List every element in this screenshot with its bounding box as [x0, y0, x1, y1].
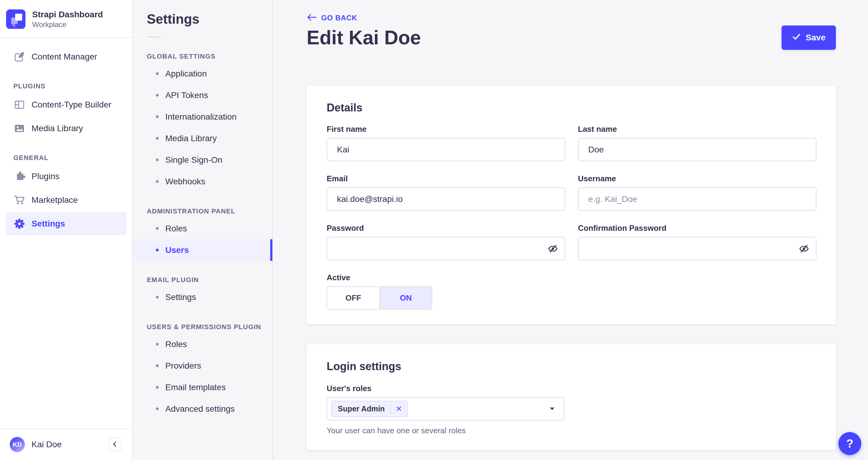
active-toggle-off[interactable]: OFF: [327, 287, 379, 309]
password-input[interactable]: [327, 237, 565, 260]
details-heading: Details: [327, 102, 816, 114]
bullet-icon: [156, 72, 159, 75]
settings-item-users[interactable]: Users: [132, 239, 272, 261]
sidebar-section-label: GENERAL: [13, 154, 132, 162]
media-icon: [13, 122, 26, 135]
form-field: Email: [327, 174, 565, 211]
workspace-subtitle: Workplace: [32, 20, 103, 29]
gear-icon: [13, 218, 26, 230]
first-name-input[interactable]: [327, 138, 565, 161]
user-roles-label: User's roles: [327, 384, 816, 393]
role-tag: Super Admin ✕: [331, 401, 408, 417]
form-field: First name: [327, 124, 565, 161]
page-title: Edit Kai Doe: [307, 28, 421, 47]
page-header: Edit Kai Doe Save: [307, 26, 836, 50]
close-icon: ✕: [396, 404, 402, 413]
sidebar-item-media-library[interactable]: Media Library: [5, 117, 126, 140]
form-field: Last name: [578, 124, 817, 161]
settings-sidebar-title: Settings: [147, 11, 272, 27]
details-fields: First name Last name E: [327, 124, 816, 260]
settings-item-settings[interactable]: Settings: [132, 286, 272, 308]
settings-item-internationalization[interactable]: Internationalization: [132, 106, 272, 127]
sidebar-item-settings[interactable]: Settings: [5, 212, 126, 235]
sidebar-nav: Content Manager PLUGINS Content-Type Bui…: [0, 38, 132, 236]
username-input[interactable]: [578, 188, 817, 211]
strapi-admin-app: Strapi Dashboard Workplace Content Manag…: [0, 0, 868, 460]
settings-item-api-tokens[interactable]: API Tokens: [132, 84, 272, 106]
bullet-icon: [156, 137, 159, 140]
confirmation-password-input[interactable]: [578, 237, 817, 260]
bullet-icon: [156, 364, 159, 367]
check-icon: [792, 32, 801, 44]
bullet-icon: [156, 115, 159, 118]
settings-item-advanced-settings[interactable]: Advanced settings: [132, 398, 272, 420]
divider: [147, 36, 161, 37]
back-arrow-icon: [307, 13, 317, 23]
tag-divider: [390, 404, 391, 413]
settings-item-webhooks[interactable]: Webhooks: [132, 171, 272, 192]
save-button[interactable]: Save: [781, 26, 836, 50]
help-icon: ?: [846, 437, 853, 450]
layout-icon: [13, 99, 26, 111]
settings-section-label: USERS & PERMISSIONS PLUGIN: [147, 323, 272, 331]
sidebar-item-content-type-builder[interactable]: Content-Type Builder: [5, 93, 126, 116]
user-roles-select[interactable]: Super Admin ✕: [327, 397, 564, 421]
bullet-icon: [156, 249, 159, 251]
main-content: GO BACK Edit Kai Doe Save Details First …: [273, 0, 868, 460]
form-field: Password: [327, 224, 565, 260]
strapi-logo: [6, 9, 26, 29]
login-settings-heading: Login settings: [327, 360, 816, 373]
sidebar-section-label: PLUGINS: [13, 82, 132, 90]
settings-section-label: EMAIL PLUGIN: [147, 276, 272, 284]
eye-off-icon[interactable]: [797, 241, 812, 256]
form-field: Confirmation Password: [578, 224, 817, 260]
workspace-brand[interactable]: Strapi Dashboard Workplace: [0, 0, 132, 37]
brand-text: Strapi Dashboard Workplace: [32, 9, 103, 29]
go-back-label: GO BACK: [321, 14, 357, 22]
collapse-sidebar-button[interactable]: [108, 438, 122, 451]
save-button-label: Save: [806, 33, 826, 42]
feather-icon: [13, 51, 26, 63]
bullet-icon: [156, 296, 159, 298]
settings-item-roles[interactable]: Roles: [132, 218, 272, 239]
bullet-icon: [156, 343, 159, 346]
email-input[interactable]: [327, 188, 565, 211]
form-field: Username: [578, 174, 817, 211]
settings-sidebar: Settings GLOBAL SETTINGS Application API…: [132, 0, 273, 460]
bullet-icon: [156, 227, 159, 230]
user-section: KD Kai Doe: [0, 428, 132, 460]
workspace-title: Strapi Dashboard: [32, 9, 103, 20]
cart-icon: [13, 194, 26, 206]
settings-item-single-sign-on[interactable]: Single Sign-On: [132, 149, 272, 171]
remove-role-button[interactable]: ✕: [392, 405, 407, 413]
settings-item-application[interactable]: Application: [132, 63, 272, 84]
user-name: Kai Doe: [32, 440, 62, 449]
bullet-icon: [156, 180, 159, 183]
avatar: KD: [10, 437, 25, 452]
roles-helper-text: Your user can have one or several roles: [327, 426, 816, 435]
active-label: Active: [327, 273, 816, 282]
settings-item-media-library[interactable]: Media Library: [132, 127, 272, 149]
eye-off-icon[interactable]: [545, 241, 560, 256]
role-tag-label: Super Admin: [338, 404, 385, 413]
last-name-input[interactable]: [578, 138, 817, 161]
go-back-link[interactable]: GO BACK: [307, 13, 357, 23]
settings-item-providers[interactable]: Providers: [132, 355, 272, 376]
settings-section-label: ADMINISTRATION PANEL: [147, 207, 272, 215]
bullet-icon: [156, 94, 159, 96]
settings-item-email-templates[interactable]: Email templates: [132, 376, 272, 398]
main-sidebar: Strapi Dashboard Workplace Content Manag…: [0, 0, 132, 460]
active-toggle-on[interactable]: ON: [379, 287, 432, 309]
settings-section-label: GLOBAL SETTINGS: [147, 53, 272, 60]
sidebar-item-marketplace[interactable]: Marketplace: [5, 189, 126, 212]
bullet-icon: [156, 407, 159, 410]
bullet-icon: [156, 386, 159, 389]
sidebar-item-content-manager[interactable]: Content Manager: [5, 45, 126, 68]
help-button[interactable]: ?: [838, 432, 861, 455]
sidebar-item-plugins[interactable]: Plugins: [5, 165, 126, 188]
settings-item-roles[interactable]: Roles: [132, 334, 272, 355]
details-card: Details First name Last name: [307, 86, 836, 324]
settings-nav: GLOBAL SETTINGS Application API Tokens I…: [132, 53, 272, 420]
caret-down-icon: [550, 407, 555, 410]
active-toggle: OFF ON: [327, 286, 432, 310]
